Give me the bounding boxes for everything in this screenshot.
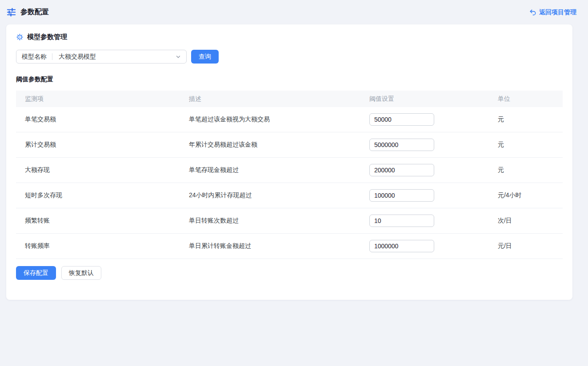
description-cell: 24小时内累计存现超过: [180, 183, 360, 208]
column-header-value: 阈值设置: [360, 91, 489, 107]
threshold-value-input[interactable]: [369, 113, 434, 126]
monitor-item-cell: 短时多次存现: [16, 183, 180, 208]
save-config-button[interactable]: 保存配置: [16, 266, 56, 280]
column-header-desc: 描述: [180, 91, 360, 107]
unit-cell: 次/日: [489, 208, 563, 234]
page-title: 参数配置: [20, 8, 49, 17]
table-row: 单笔交易额 单笔超过该金额视为大额交易 元: [16, 107, 563, 132]
table-row: 大额存现 单笔存现金额超过 元: [16, 158, 563, 183]
unit-cell: 元: [489, 107, 563, 132]
monitor-item-cell: 转账频率: [16, 234, 180, 259]
threshold-cell: [360, 183, 489, 208]
query-button[interactable]: 查询: [191, 50, 219, 64]
table-body: 单笔交易额 单笔超过该金额视为大额交易 元 累计交易额 年累计交易额超过该金额 …: [16, 107, 563, 259]
unit-cell: 元: [489, 132, 563, 158]
model-parameter-card: 模型参数管理 模型名称 大额交易模型 查询 阈值参数配置 监测项 描述 阈值设置…: [6, 24, 572, 300]
threshold-value-input[interactable]: [369, 189, 434, 202]
query-row: 模型名称 大额交易模型 查询: [16, 50, 563, 64]
unit-cell: 元/日: [489, 234, 563, 259]
back-link-label: 返回项目管理: [539, 8, 576, 16]
threshold-table: 监测项 描述 阈值设置 单位 单笔交易额 单笔超过该金额视为大额交易 元 累计交…: [16, 91, 563, 259]
table-header: 监测项 描述 阈值设置 单位: [16, 91, 563, 107]
panel-title: 模型参数管理: [27, 33, 67, 41]
threshold-section-title: 阈值参数配置: [16, 76, 563, 84]
header-left: 参数配置: [6, 7, 49, 17]
model-name-label: 模型名称: [16, 53, 52, 61]
unit-cell: 元: [489, 158, 563, 183]
actions-row: 保存配置 恢复默认: [16, 266, 563, 280]
description-cell: 单日转账次数超过: [180, 208, 360, 234]
threshold-cell: [360, 208, 489, 234]
table-row: 短时多次存现 24小时内累计存现超过 元/4小时: [16, 183, 563, 208]
model-name-selected-value: 大额交易模型: [52, 53, 175, 61]
monitor-item-cell: 累计交易额: [16, 132, 180, 158]
table-row: 转账频率 单日累计转账金额超过 元/日: [16, 234, 563, 259]
restore-defaults-button[interactable]: 恢复默认: [61, 266, 101, 280]
table-row: 累计交易额 年累计交易额超过该金额 元: [16, 132, 563, 158]
unit-cell: 元/4小时: [489, 183, 563, 208]
sliders-icon: [6, 7, 16, 17]
threshold-cell: [360, 107, 489, 132]
model-name-select[interactable]: 模型名称 大额交易模型: [16, 50, 187, 64]
top-header: 参数配置 返回项目管理: [0, 0, 588, 24]
threshold-value-input[interactable]: [369, 139, 434, 151]
panel-title-row: 模型参数管理: [16, 33, 563, 41]
threshold-cell: [360, 234, 489, 259]
monitor-item-cell: 单笔交易额: [16, 107, 180, 132]
threshold-cell: [360, 132, 489, 158]
chevron-down-icon: [175, 54, 186, 60]
description-cell: 单日累计转账金额超过: [180, 234, 360, 259]
threshold-value-input[interactable]: [369, 240, 434, 252]
monitor-item-cell: 大额存现: [16, 158, 180, 183]
gear-icon: [16, 33, 24, 41]
description-cell: 单笔超过该金额视为大额交易: [180, 107, 360, 132]
threshold-cell: [360, 158, 489, 183]
undo-icon: [529, 9, 536, 16]
threshold-value-input[interactable]: [369, 215, 434, 227]
back-to-projects-link[interactable]: 返回项目管理: [529, 8, 576, 16]
threshold-value-input[interactable]: [369, 164, 434, 176]
description-cell: 单笔存现金额超过: [180, 158, 360, 183]
column-header-item: 监测项: [16, 91, 180, 107]
table-row: 频繁转账 单日转账次数超过 次/日: [16, 208, 563, 234]
description-cell: 年累计交易额超过该金额: [180, 132, 360, 158]
column-header-unit: 单位: [489, 91, 563, 107]
monitor-item-cell: 频繁转账: [16, 208, 180, 234]
